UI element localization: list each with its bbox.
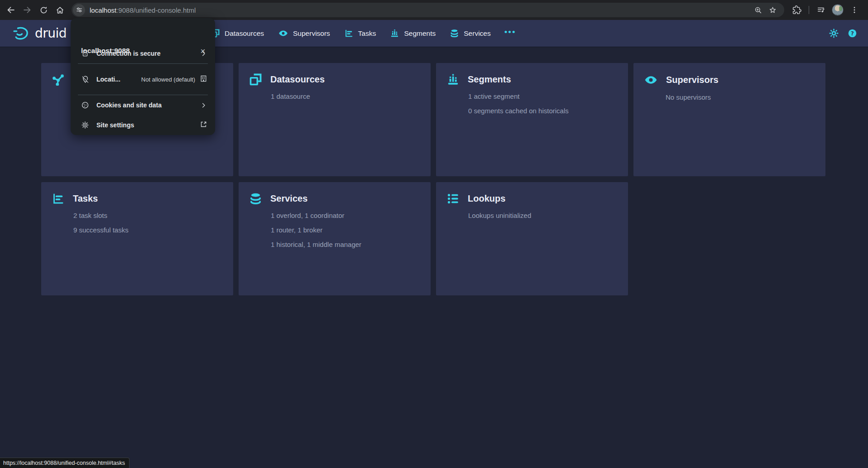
card-datasources[interactable]: Datasources 1 datasource — [239, 63, 431, 176]
forward-button[interactable] — [19, 2, 35, 18]
connection-secure-row[interactable]: Connection is secure — [71, 43, 215, 63]
nav-label: Services — [464, 29, 490, 38]
card-stat: 1 historical, 1 middle manager — [271, 241, 420, 248]
browser-toolbar: localhost:9088/unified-console.html — [0, 0, 868, 20]
media-controls-icon — [816, 5, 825, 14]
managed-building-icon — [200, 75, 207, 84]
card-title: Tasks — [73, 193, 98, 204]
lock-icon — [81, 49, 90, 58]
card-segments[interactable]: Segments 1 active segment 0 segments cac… — [436, 63, 628, 176]
nav-item-tasks[interactable]: Tasks — [337, 20, 384, 47]
home-button[interactable] — [52, 2, 68, 18]
site-info-popup: localhost:9088 × Connection is secure Lo… — [71, 18, 215, 135]
cookie-icon — [81, 101, 90, 109]
toolbar-divider — [809, 6, 809, 14]
nav-item-segments[interactable]: Segments — [383, 20, 443, 47]
site-settings-row[interactable]: Site settings — [71, 115, 215, 135]
druid-brand[interactable]: druid — [13, 26, 67, 41]
status-bar-link: https://localhost:9088/unified-console.h… — [0, 458, 129, 468]
card-stat: 1 router, 1 broker — [271, 226, 420, 234]
site-info-button[interactable] — [73, 4, 85, 16]
card-stat: 1 active segment — [468, 92, 617, 100]
permission-value: Not allowed (default) — [141, 76, 195, 83]
zoom-icon — [754, 6, 762, 14]
zoom-button[interactable] — [751, 3, 765, 17]
extensions-button[interactable] — [789, 2, 805, 18]
settings-gear-icon — [81, 121, 90, 129]
row-label: Locati... — [96, 76, 120, 83]
bookmark-button[interactable] — [765, 3, 780, 17]
druid-logo-icon — [13, 26, 30, 41]
open-in-new-icon — [200, 121, 207, 130]
bar-chart-icon — [447, 73, 459, 86]
eye-icon — [644, 73, 657, 87]
card-title: Datasources — [270, 74, 325, 85]
profile-avatar[interactable] — [832, 4, 844, 16]
chevron-right-icon — [200, 50, 207, 58]
card-stat: No supervisors — [666, 93, 815, 101]
gantt-icon — [345, 29, 353, 38]
url-bar[interactable]: localhost:9088/unified-console.html — [72, 3, 784, 17]
kebab-menu-icon — [850, 6, 858, 14]
bookmark-star-icon — [768, 6, 777, 14]
bar-chart-icon — [390, 29, 399, 38]
refresh-button[interactable] — [35, 2, 52, 18]
card-stat: 1 datasource — [271, 92, 420, 100]
url-text: localhost:9088/unified-console.html — [90, 6, 751, 14]
nav-item-services[interactable]: Services — [443, 20, 498, 47]
location-off-icon — [81, 75, 90, 84]
database-icon — [249, 193, 262, 205]
nav-label: Supervisors — [293, 29, 330, 38]
card-stat: 9 successful tasks — [73, 226, 222, 234]
row-label: Cookies and site data — [96, 101, 162, 109]
settings-gear-button[interactable] — [829, 29, 839, 38]
nav-items: Datasources Supervisors Tasks Segments S… — [204, 20, 523, 47]
database-icon — [450, 29, 459, 38]
nav-label: Segments — [404, 29, 436, 38]
nav-label: Datasources — [225, 29, 264, 38]
refresh-icon — [39, 5, 48, 15]
card-title: Supervisors — [666, 75, 719, 85]
nav-label: Tasks — [358, 29, 376, 38]
cookies-row[interactable]: Cookies and site data — [71, 95, 215, 115]
nav-item-supervisors[interactable]: Supervisors — [271, 20, 337, 47]
card-services[interactable]: Services 1 overlord, 1 coordinator 1 rou… — [239, 182, 431, 295]
browser-menu-button[interactable] — [846, 2, 863, 18]
url-host: localhost — [90, 6, 116, 14]
nav-more-button[interactable]: ••• — [498, 28, 523, 39]
list-icon — [447, 193, 459, 205]
card-lookups[interactable]: Lookups Lookups uninitialized — [436, 182, 628, 295]
card-stat: Lookups uninitialized — [468, 212, 617, 219]
forward-icon — [24, 7, 30, 13]
location-permission-row[interactable]: Locati... Not allowed (default) — [71, 64, 215, 95]
card-title: Services — [270, 193, 307, 204]
card-tasks[interactable]: Tasks 2 task slots 9 successful tasks — [41, 182, 233, 295]
site-info-tune-icon — [76, 6, 83, 14]
datasources-icon — [249, 73, 262, 86]
card-supervisors[interactable]: Supervisors No supervisors — [633, 63, 825, 176]
gantt-icon — [52, 193, 64, 205]
help-button[interactable] — [848, 29, 857, 38]
back-button[interactable] — [3, 2, 19, 18]
card-stat: 0 segments cached on historicals — [468, 107, 617, 115]
back-icon — [8, 7, 14, 13]
card-title: Segments — [468, 74, 511, 85]
card-stat: 1 overlord, 1 coordinator — [271, 212, 420, 219]
card-title: Lookups — [468, 193, 505, 204]
eye-icon — [278, 29, 288, 38]
url-path: :9088/unified-console.html — [116, 6, 196, 14]
extensions-puzzle-icon — [792, 5, 801, 14]
card-stat: 2 task slots — [73, 212, 222, 219]
chevron-right-icon — [200, 101, 207, 109]
media-controls-button[interactable] — [813, 2, 829, 18]
home-icon — [55, 5, 65, 15]
row-label: Site settings — [96, 121, 134, 129]
brand-wordmark: druid — [35, 26, 67, 41]
graph-icon — [52, 73, 64, 86]
row-label: Connection is secure — [96, 50, 161, 57]
nav-right-actions — [829, 20, 857, 47]
